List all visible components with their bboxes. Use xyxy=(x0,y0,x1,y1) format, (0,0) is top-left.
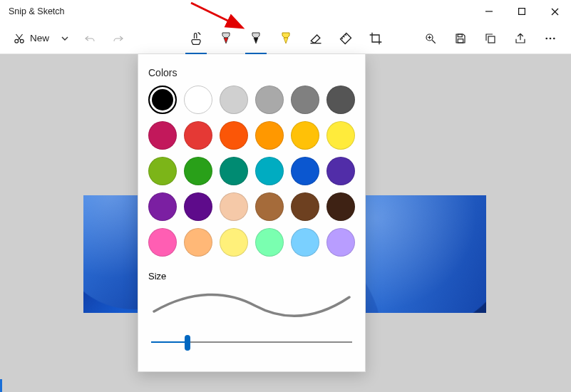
svg-line-8 xyxy=(345,34,346,36)
size-preview-stroke xyxy=(148,287,355,322)
svg-rect-14 xyxy=(458,34,462,37)
size-heading: Size xyxy=(148,271,355,282)
color-swatch[interactable] xyxy=(220,86,248,114)
svg-rect-16 xyxy=(488,36,495,43)
svg-point-18 xyxy=(550,37,552,39)
save-button[interactable] xyxy=(447,25,474,52)
svg-rect-1 xyxy=(519,9,525,15)
window-controls xyxy=(473,0,571,23)
ballpoint-pen-button[interactable] xyxy=(212,25,240,52)
color-swatch[interactable] xyxy=(148,228,177,257)
svg-rect-15 xyxy=(458,38,463,42)
ruler-button[interactable] xyxy=(332,25,359,52)
copy-button[interactable] xyxy=(477,25,504,52)
touch-writing-button[interactable] xyxy=(182,25,210,52)
share-button[interactable] xyxy=(507,25,534,52)
color-swatch[interactable] xyxy=(291,86,319,114)
color-swatch[interactable] xyxy=(220,228,248,257)
color-swatch[interactable] xyxy=(148,86,177,114)
undo-button[interactable] xyxy=(76,25,103,52)
color-swatch[interactable] xyxy=(291,192,319,221)
highlighter-button[interactable] xyxy=(272,25,299,52)
close-button[interactable] xyxy=(538,0,571,23)
color-swatch[interactable] xyxy=(291,157,319,185)
zoom-button[interactable] xyxy=(417,25,444,52)
color-swatch[interactable] xyxy=(255,192,284,221)
eraser-button[interactable] xyxy=(302,25,329,52)
color-swatch[interactable] xyxy=(184,121,212,150)
color-swatch-grid xyxy=(148,86,355,257)
color-swatch[interactable] xyxy=(220,121,248,150)
svg-line-7 xyxy=(343,36,344,37)
maximize-button[interactable] xyxy=(505,0,538,23)
more-button[interactable] xyxy=(537,25,564,52)
toolbar: New xyxy=(0,23,571,54)
titlebar: Snip & Sketch xyxy=(0,0,571,23)
color-swatch[interactable] xyxy=(148,121,177,150)
color-swatch[interactable] xyxy=(220,192,248,221)
color-swatch[interactable] xyxy=(255,157,284,185)
color-swatch[interactable] xyxy=(326,157,355,185)
color-swatch[interactable] xyxy=(184,157,212,185)
size-slider-thumb[interactable] xyxy=(185,335,190,351)
color-swatch[interactable] xyxy=(255,121,284,150)
color-swatch[interactable] xyxy=(255,86,284,114)
color-swatch[interactable] xyxy=(326,192,355,221)
svg-point-19 xyxy=(553,37,555,39)
color-swatch[interactable] xyxy=(326,86,355,114)
color-swatch[interactable] xyxy=(148,192,177,221)
new-button-label: New xyxy=(30,33,49,43)
pencil-button[interactable] xyxy=(242,25,269,52)
color-swatch[interactable] xyxy=(291,121,319,150)
pen-flyout: Colors Size xyxy=(138,54,366,372)
minimize-button[interactable] xyxy=(473,0,505,23)
color-swatch[interactable] xyxy=(326,121,355,150)
color-swatch[interactable] xyxy=(255,228,284,257)
color-swatch[interactable] xyxy=(184,228,212,257)
colors-heading: Colors xyxy=(148,67,355,78)
svg-line-11 xyxy=(432,40,436,43)
color-swatch[interactable] xyxy=(184,192,212,221)
color-swatch[interactable] xyxy=(326,228,355,257)
new-snip-button[interactable]: New xyxy=(7,26,53,51)
svg-line-9 xyxy=(341,38,343,39)
color-swatch[interactable] xyxy=(148,157,177,185)
color-swatch[interactable] xyxy=(291,228,319,257)
size-slider[interactable] xyxy=(151,335,352,349)
new-dropdown-button[interactable] xyxy=(55,26,75,51)
color-swatch[interactable] xyxy=(220,157,248,185)
color-swatch[interactable] xyxy=(184,86,212,114)
window-title: Snip & Sketch xyxy=(9,6,65,16)
svg-point-17 xyxy=(545,37,547,39)
crop-button[interactable] xyxy=(362,25,389,52)
redo-button[interactable] xyxy=(105,25,132,52)
